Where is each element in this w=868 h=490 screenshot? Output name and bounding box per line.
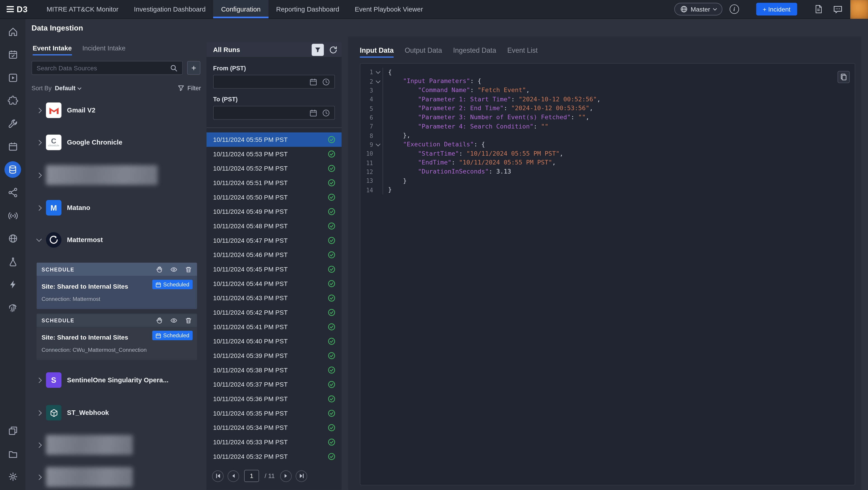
run-row[interactable]: 10/11/2024 05:35 PM PST <box>206 406 342 421</box>
chevron-right-icon[interactable] <box>32 378 46 382</box>
run-row[interactable]: 10/11/2024 05:34 PM PST <box>206 421 342 435</box>
run-row[interactable]: 10/11/2024 05:33 PM PST <box>206 435 342 449</box>
chevron-down-icon[interactable] <box>32 239 46 241</box>
run-row[interactable]: 10/11/2024 05:49 PM PST <box>206 204 342 219</box>
signal-broadcast-icon[interactable] <box>7 210 18 221</box>
run-row[interactable]: 10/11/2024 05:43 PM PST <box>206 291 342 306</box>
run-row[interactable]: 10/11/2024 05:47 PM PST <box>206 233 342 248</box>
master-scope-selector[interactable]: Master <box>674 3 722 16</box>
filter-button[interactable]: Filter <box>178 85 201 91</box>
source-row-redacted-3[interactable] <box>32 464 201 490</box>
tab-input-data[interactable]: Input Data <box>360 47 394 58</box>
globe-world-icon[interactable] <box>7 233 18 244</box>
tab-event-intake[interactable]: Event Intake <box>33 44 72 54</box>
from-date-input[interactable] <box>213 75 335 89</box>
automation-bolt-icon[interactable] <box>7 279 18 290</box>
run-row[interactable]: 10/11/2024 05:32 PM PST <box>206 449 342 464</box>
nav-item-configuration[interactable]: Configuration <box>213 0 268 18</box>
clock-icon[interactable] <box>322 109 330 116</box>
chat-icon[interactable] <box>833 5 843 13</box>
view-eye-icon[interactable] <box>170 317 178 324</box>
source-row-google-chronicle[interactable]: Cchronicle Google Chronicle <box>32 129 201 155</box>
windows-copy-icon[interactable] <box>7 425 18 436</box>
run-row[interactable]: 10/11/2024 05:52 PM PST <box>206 161 342 176</box>
chevron-right-icon[interactable] <box>32 173 46 177</box>
last-page-button[interactable] <box>296 470 307 482</box>
tab-incident-intake[interactable]: Incident Intake <box>82 44 125 54</box>
playbook-icon[interactable] <box>7 72 18 83</box>
info-icon[interactable]: i <box>730 4 739 14</box>
source-row-redacted-2[interactable] <box>32 432 201 458</box>
source-row-sentinelone[interactable]: S SentinelOne Singularity Opera... <box>32 367 201 393</box>
code-editor[interactable]: 1{2 "Input Parameters": {3 "Command Name… <box>360 63 855 485</box>
chevron-right-icon[interactable] <box>32 206 46 210</box>
sort-dropdown[interactable]: Default <box>55 85 81 91</box>
run-row[interactable]: 10/11/2024 05:55 PM PST <box>206 132 342 147</box>
tab-ingested-data[interactable]: Ingested Data <box>453 47 496 58</box>
refresh-button[interactable] <box>329 45 338 54</box>
run-row[interactable]: 10/11/2024 05:45 PM PST <box>206 262 342 277</box>
d3-logo[interactable]: D3 <box>0 4 34 14</box>
clock-icon[interactable] <box>322 78 330 86</box>
folder-icon[interactable] <box>7 448 18 459</box>
first-page-button[interactable] <box>212 470 223 482</box>
runs-filter-button[interactable] <box>312 44 324 56</box>
add-source-button[interactable]: + <box>187 61 200 75</box>
prev-page-button[interactable] <box>228 470 239 482</box>
nav-item-investigation-dashboard[interactable]: Investigation Dashboard <box>126 0 213 18</box>
nav-item-event-playbook-viewer[interactable]: Event Playbook Viewer <box>347 0 431 18</box>
utility-wrench-icon[interactable] <box>7 118 18 129</box>
run-row[interactable]: 10/11/2024 05:51 PM PST <box>206 176 342 190</box>
settings-gear-icon[interactable] <box>7 471 18 482</box>
run-row[interactable]: 10/11/2024 05:44 PM PST <box>206 277 342 291</box>
fingerprint-icon[interactable] <box>7 302 18 313</box>
fold-chevron-icon[interactable] <box>375 142 380 146</box>
chevron-right-icon[interactable] <box>32 141 46 144</box>
run-row[interactable]: 10/11/2024 05:36 PM PST <box>206 392 342 406</box>
source-row-st-webhook[interactable]: ST_Webhook <box>32 400 201 426</box>
link-analysis-icon[interactable] <box>7 187 18 198</box>
delete-trash-icon[interactable] <box>185 266 192 273</box>
fold-chevron-icon[interactable] <box>375 69 380 74</box>
calendar-icon[interactable] <box>309 109 317 116</box>
add-incident-button[interactable]: + Incident <box>756 3 797 16</box>
nav-item-mitre-att-ck-monitor[interactable]: MITRE ATT&CK Monitor <box>39 0 126 18</box>
source-row-mattermost[interactable]: Mattermost <box>32 227 201 253</box>
fold-chevron-icon[interactable] <box>375 78 380 83</box>
page-number-input[interactable]: 1 <box>244 470 259 482</box>
view-eye-icon[interactable] <box>170 266 178 273</box>
run-row[interactable]: 10/11/2024 05:38 PM PST <box>206 363 342 377</box>
to-date-input[interactable] <box>213 106 335 120</box>
schedule-card[interactable]: SCHEDULE Site: Shared to Internal Sites … <box>37 314 197 360</box>
chevron-right-icon[interactable] <box>32 108 46 112</box>
source-row-redacted-1[interactable] <box>32 163 201 188</box>
tab-output-data[interactable]: Output Data <box>405 47 442 58</box>
source-row-gmail[interactable]: Gmail V2 <box>32 97 201 123</box>
data-ingestion-database-icon[interactable] <box>4 161 21 178</box>
run-row[interactable]: 10/11/2024 05:42 PM PST <box>206 305 342 320</box>
run-row[interactable]: 10/11/2024 05:46 PM PST <box>206 248 342 262</box>
calendar-check-icon[interactable] <box>7 49 18 60</box>
hand-icon[interactable] <box>156 317 163 324</box>
run-row[interactable]: 10/11/2024 05:40 PM PST <box>206 334 342 349</box>
user-avatar[interactable] <box>850 0 868 19</box>
run-row[interactable]: 10/11/2024 05:39 PM PST <box>206 348 342 363</box>
schedule-card-selected[interactable]: SCHEDULE Site: Shared to Internal Sites … <box>37 263 197 309</box>
next-page-button[interactable] <box>280 470 292 482</box>
chevron-right-icon[interactable] <box>32 411 46 415</box>
calendar-icon[interactable] <box>309 78 317 86</box>
report-icon[interactable] <box>814 4 823 14</box>
chevron-right-icon[interactable] <box>32 475 46 479</box>
copy-icon[interactable] <box>837 71 850 83</box>
home-icon[interactable] <box>7 26 18 37</box>
run-row[interactable]: 10/11/2024 05:41 PM PST <box>206 320 342 334</box>
run-row[interactable]: 10/11/2024 05:37 PM PST <box>206 377 342 392</box>
run-row[interactable]: 10/11/2024 05:53 PM PST <box>206 147 342 161</box>
hand-icon[interactable] <box>156 266 163 273</box>
source-row-matano[interactable]: M Matano <box>32 195 201 221</box>
nav-item-reporting-dashboard[interactable]: Reporting Dashboard <box>268 0 347 18</box>
tab-event-list[interactable]: Event List <box>507 47 537 58</box>
flask-icon[interactable] <box>7 256 18 267</box>
search-input[interactable] <box>37 64 167 71</box>
run-row[interactable]: 10/11/2024 05:48 PM PST <box>206 219 342 233</box>
